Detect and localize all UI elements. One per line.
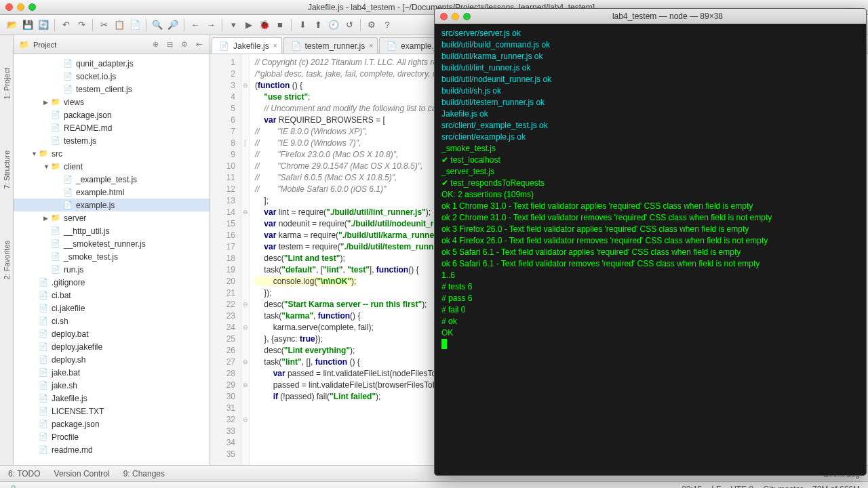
project-panel: 📁 Project ⊕ ⊟ ⚙ ⇤ 📄qunit_adapter.js📄sock… xyxy=(14,35,210,465)
tree-item[interactable]: 📄deploy.sh xyxy=(14,353,210,366)
line-gutter: 1234567891011121314151617181920212223242… xyxy=(210,54,241,465)
stop-icon[interactable]: ■ xyxy=(273,18,287,32)
run-config-dropdown[interactable]: ▾ xyxy=(226,18,240,32)
fold-gutter[interactable]: ⊖│⊖⊖⊖⊖⊖⊖ xyxy=(241,54,250,465)
sidebar-tool-tabs: 1: Project 7: Structure 2: Favorites xyxy=(0,35,14,465)
cut-icon[interactable]: ✂ xyxy=(97,18,111,32)
tree-item[interactable]: 📄example.js xyxy=(14,199,210,211)
tree-item[interactable]: 📄deploy.bat xyxy=(14,327,210,340)
tree-item[interactable]: ▶📁views xyxy=(14,96,210,108)
editor-tab[interactable]: 📄testem_runner.js× xyxy=(283,37,378,54)
save-icon[interactable]: 💾 xyxy=(21,18,35,32)
minimize-icon[interactable] xyxy=(452,13,459,20)
undo-icon[interactable]: ↶ xyxy=(59,18,73,32)
changes-tab[interactable]: 9: Changes xyxy=(123,469,165,479)
zoom-icon[interactable] xyxy=(28,3,36,11)
tree-item[interactable]: 📄package.json xyxy=(14,418,210,430)
tree-item[interactable]: 📄jake.bat xyxy=(14,366,210,379)
close-icon[interactable] xyxy=(5,3,13,11)
help-icon[interactable]: ? xyxy=(380,18,394,32)
cursor-position: 23:15 xyxy=(682,485,702,489)
hide-icon[interactable]: ⇤ xyxy=(194,40,204,49)
vcs-revert-icon[interactable]: ↺ xyxy=(342,18,356,32)
status-bar: 🔒 23:15 LF UTF-8 Git: master 73M of 666M xyxy=(0,481,868,488)
tree-item[interactable]: 📄ci.bat xyxy=(14,289,210,302)
sidebar-tab-structure[interactable]: 7: Structure xyxy=(1,145,12,195)
replace-icon[interactable]: 🔎 xyxy=(166,18,180,32)
tree-item[interactable]: 📄Jakefile.js xyxy=(14,392,210,405)
project-header: 📁 Project ⊕ ⊟ ⚙ ⇤ xyxy=(14,35,210,54)
memory-indicator[interactable]: 73M of 666M xyxy=(812,485,860,489)
paste-icon[interactable]: 📄 xyxy=(128,18,142,32)
tree-item[interactable]: 📄socket.io.js xyxy=(14,70,210,83)
line-separator[interactable]: LF xyxy=(711,485,721,489)
tree-item[interactable]: 📄package.json xyxy=(14,108,210,121)
close-tab-icon[interactable]: × xyxy=(369,42,373,49)
tree-item[interactable]: 📄LICENSE.TXT xyxy=(14,405,210,418)
close-icon[interactable] xyxy=(440,13,448,20)
tree-item[interactable]: ▼📁src xyxy=(14,147,210,160)
gear-icon[interactable]: ⚙ xyxy=(179,40,190,49)
open-icon[interactable]: 📂 xyxy=(5,18,19,32)
vcs-commit-icon[interactable]: ⬆ xyxy=(311,18,325,32)
tree-item[interactable]: 📄jake.sh xyxy=(14,379,210,392)
refresh-icon[interactable]: 🔄 xyxy=(37,18,50,32)
scroll-from-source-icon[interactable]: ⊕ xyxy=(151,40,161,49)
minimize-icon[interactable] xyxy=(17,3,24,11)
find-icon[interactable]: 🔍 xyxy=(151,18,164,32)
settings-icon[interactable]: ⚙ xyxy=(365,18,378,32)
collapse-all-icon[interactable]: ⊟ xyxy=(165,40,175,49)
vcs-history-icon[interactable]: 🕘 xyxy=(327,18,340,32)
sidebar-tab-project[interactable]: 1: Project xyxy=(1,62,12,104)
terminal-title: lab4_testem — node — 89×38 xyxy=(475,12,861,21)
tree-item[interactable]: 📄ci.jakefile xyxy=(14,302,210,314)
back-icon[interactable]: ← xyxy=(189,18,202,32)
redo-icon[interactable]: ↷ xyxy=(75,18,88,32)
project-header-title: Project xyxy=(33,41,146,49)
debug-icon[interactable]: 🐞 xyxy=(258,18,271,32)
tree-item[interactable]: 📄.gitignore xyxy=(14,276,210,289)
tree-item[interactable]: ▼📁client xyxy=(14,160,210,173)
tree-item[interactable]: 📄__smoketest_runner.js xyxy=(14,237,210,250)
folder-icon: 📁 xyxy=(19,40,29,49)
project-tree[interactable]: 📄qunit_adapter.js📄socket.io.js📄testem_cl… xyxy=(14,54,210,465)
terminal-output[interactable]: src/server/server.js okbuild/util/build_… xyxy=(435,24,866,475)
copy-icon[interactable]: 📋 xyxy=(113,18,126,32)
forward-icon[interactable]: → xyxy=(204,18,218,32)
tree-item[interactable]: 📄readme.md xyxy=(14,443,210,456)
status-lock-icon[interactable]: 🔒 xyxy=(8,485,18,489)
editor-tab[interactable]: 📄Jakefile.js× xyxy=(212,37,282,54)
tree-item[interactable]: 📄README.md xyxy=(14,121,210,134)
terminal-titlebar[interactable]: lab4_testem — node — 89×38 xyxy=(435,9,866,24)
close-tab-icon[interactable]: × xyxy=(273,42,277,49)
sidebar-tab-favorites[interactable]: 2: Favorites xyxy=(1,235,12,285)
terminal-window[interactable]: lab4_testem — node — 89×38 src/server/se… xyxy=(434,8,867,476)
run-icon[interactable]: ▶ xyxy=(242,18,256,32)
version-control-tab[interactable]: Version Control xyxy=(54,469,110,479)
todo-tab[interactable]: 6: TODO xyxy=(8,469,41,479)
tree-item[interactable]: 📄run.js xyxy=(14,263,210,276)
tree-item[interactable]: 📄__http_util.js xyxy=(14,224,210,237)
tree-item[interactable]: 📄example.html xyxy=(14,186,210,199)
tree-item[interactable]: 📄Procfile xyxy=(14,430,210,443)
tree-item[interactable]: 📄deploy.jakefile xyxy=(14,340,210,353)
tree-item[interactable]: 📄qunit_adapter.js xyxy=(14,57,210,70)
file-encoding[interactable]: UTF-8 xyxy=(730,485,753,489)
zoom-icon[interactable] xyxy=(463,13,471,20)
tree-item[interactable]: 📄_example_test.js xyxy=(14,173,210,186)
tree-item[interactable]: 📄ci.sh xyxy=(14,314,210,327)
tree-item[interactable]: 📄_smoke_test.js xyxy=(14,250,210,263)
tree-item[interactable]: ▶📁server xyxy=(14,211,210,224)
git-branch[interactable]: Git: master xyxy=(763,485,803,489)
tree-item[interactable]: 📄testem.js xyxy=(14,134,210,147)
vcs-update-icon[interactable]: ⬇ xyxy=(296,18,309,32)
tree-item[interactable]: 📄testem_client.js xyxy=(14,83,210,96)
